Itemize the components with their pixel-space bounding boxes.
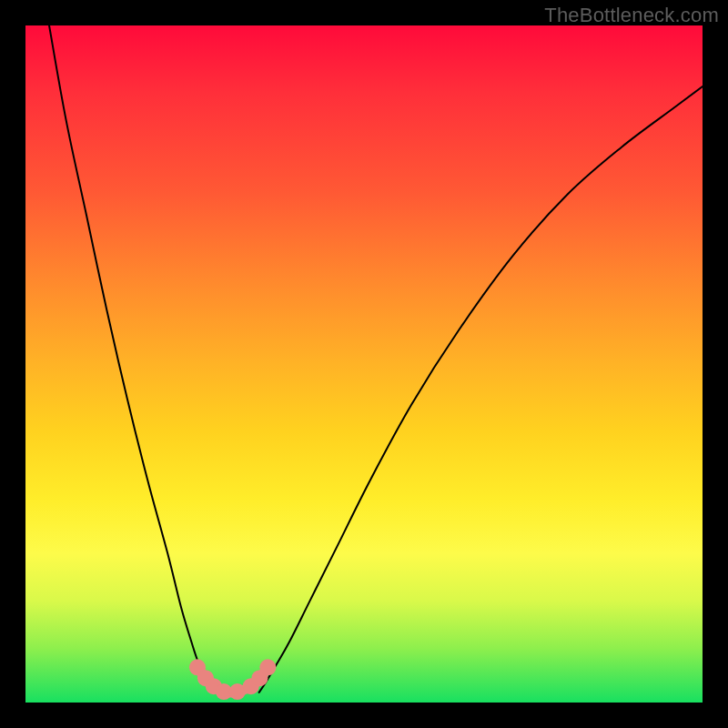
marker-layer: [189, 659, 276, 700]
watermark-text: TheBottleneck.com: [544, 4, 719, 27]
chart-frame: TheBottleneck.com: [0, 0, 728, 728]
chart-plot-area: [25, 25, 703, 703]
valley-marker: [259, 659, 276, 675]
left-curve: [49, 25, 212, 693]
right-curve: [259, 86, 703, 693]
chart-svg: [25, 25, 703, 703]
curve-layer: [49, 25, 703, 693]
